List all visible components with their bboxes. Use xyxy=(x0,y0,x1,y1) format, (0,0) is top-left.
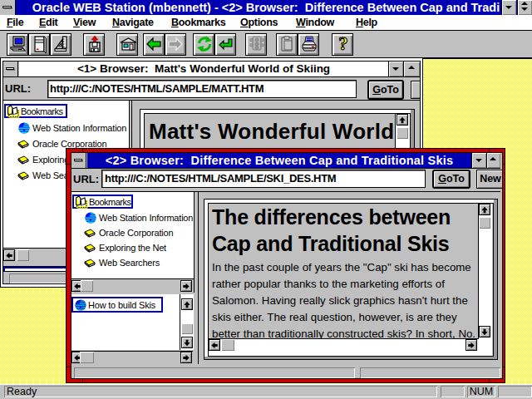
svg-text:?: ? xyxy=(338,34,348,54)
